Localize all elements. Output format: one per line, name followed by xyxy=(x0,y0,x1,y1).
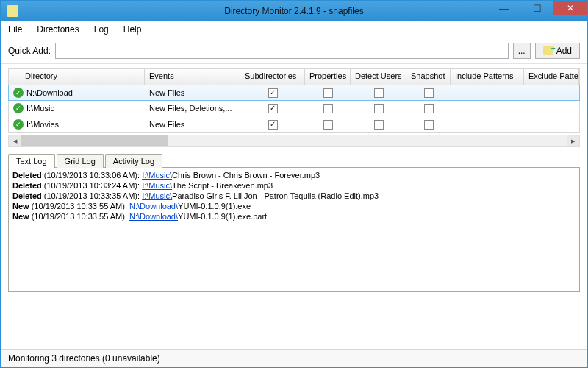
log-path-link[interactable]: I:\Music\ xyxy=(142,181,172,190)
log-action: New xyxy=(12,202,29,210)
log-line: New (10/19/2013 10:33:55 AM): N:\Downloa… xyxy=(12,211,576,222)
cell-events: New Files xyxy=(145,120,240,129)
log-timestamp: (10/19/2013 10:33:06 AM): xyxy=(44,171,140,180)
maximize-button[interactable]: ☐ xyxy=(520,1,553,15)
add-button-label: Add xyxy=(556,46,572,56)
col-properties[interactable]: Properties xyxy=(305,69,351,85)
col-events[interactable]: Events xyxy=(145,69,240,85)
checkbox-properties[interactable] xyxy=(323,120,333,130)
quickadd-bar: Quick Add: ... Add xyxy=(1,38,587,64)
menubar: File Directories Log Help xyxy=(1,21,587,38)
log-line: Deleted (10/19/2013 10:33:24 AM): I:\Mus… xyxy=(12,180,576,191)
col-directory[interactable]: Directory xyxy=(9,69,145,85)
log-timestamp: (10/19/2013 10:33:35 AM): xyxy=(44,191,140,200)
status-ok-icon: ✓ xyxy=(13,88,24,98)
status-ok-icon: ✓ xyxy=(13,119,24,130)
table-row[interactable]: ✓I:\MusicNew Files, Deletions,... xyxy=(9,100,579,116)
status-ok-icon: ✓ xyxy=(13,103,24,113)
col-exclude-patterns[interactable]: Exclude Pattern xyxy=(524,69,579,85)
menu-file[interactable]: File xyxy=(8,24,22,35)
directory-table: Directory Events Subdirectories Properti… xyxy=(8,68,580,133)
log-filename: The Script - Breakeven.mp3 xyxy=(172,181,273,190)
log-path-link[interactable]: N:\Download\ xyxy=(129,212,178,221)
checkbox-properties[interactable] xyxy=(323,88,333,98)
log-timestamp: (10/19/2013 10:33:55 AM): xyxy=(32,212,127,221)
log-tabs: Text Log Grid Log Activity Log xyxy=(8,153,580,167)
titlebar: Directory Monitor 2.4.1.9 - snapfiles — … xyxy=(1,1,587,21)
folder-add-icon xyxy=(543,46,553,55)
checkbox-detect-users[interactable] xyxy=(374,88,384,98)
col-subdirectories[interactable]: Subdirectories xyxy=(240,69,305,85)
log-timestamp: (10/19/2013 10:33:24 AM): xyxy=(44,181,140,190)
menu-directories[interactable]: Directories xyxy=(37,24,79,35)
table-row[interactable]: ✓I:\MoviesNew Files xyxy=(9,116,579,132)
minimize-button[interactable]: — xyxy=(487,1,520,15)
log-line: New (10/19/2013 10:33:55 AM): N:\Downloa… xyxy=(12,201,576,211)
checkbox-properties[interactable] xyxy=(323,104,333,113)
cell-directory: ✓N:\Download xyxy=(9,88,145,98)
checkbox-subdirectories[interactable] xyxy=(268,88,278,98)
menu-help[interactable]: Help xyxy=(123,24,142,35)
add-button[interactable]: Add xyxy=(535,43,580,59)
quickadd-label: Quick Add: xyxy=(8,46,51,56)
log-line: Deleted (10/19/2013 10:33:06 AM): I:\Mus… xyxy=(12,170,576,180)
checkbox-detect-users[interactable] xyxy=(374,120,384,130)
quickadd-input[interactable] xyxy=(55,43,509,59)
log-action: New xyxy=(12,212,29,221)
log-filename: Chris Brown - Chris Brown - Forever.mp3 xyxy=(172,171,320,180)
browse-button[interactable]: ... xyxy=(513,43,531,59)
scroll-right-icon[interactable]: ▶ xyxy=(567,135,579,146)
checkbox-snapshot[interactable] xyxy=(424,120,434,130)
cell-directory: ✓I:\Music xyxy=(9,103,145,113)
log-path-link[interactable]: N:\Download\ xyxy=(129,202,178,210)
col-include-patterns[interactable]: Include Patterns xyxy=(451,69,524,85)
checkbox-subdirectories[interactable] xyxy=(268,120,278,130)
log-filename: Paradiso Girls F. Lil Jon - Patron Tequi… xyxy=(172,191,379,200)
scroll-left-icon[interactable]: ◀ xyxy=(9,135,21,146)
menu-log[interactable]: Log xyxy=(94,24,109,35)
log-action: Deleted xyxy=(12,191,42,200)
tab-grid-log[interactable]: Grid Log xyxy=(57,154,104,168)
tab-text-log[interactable]: Text Log xyxy=(8,154,55,168)
app-icon xyxy=(7,5,18,17)
log-timestamp: (10/19/2013 10:33:55 AM): xyxy=(32,202,127,210)
status-bar: Monitoring 3 directories (0 unavailable) xyxy=(1,349,587,367)
log-path-link[interactable]: I:\Music\ xyxy=(142,191,172,200)
checkbox-snapshot[interactable] xyxy=(424,88,434,98)
table-row[interactable]: ✓N:\DownloadNew Files xyxy=(8,85,580,101)
scroll-thumb[interactable] xyxy=(21,135,168,146)
close-button[interactable]: ✕ xyxy=(553,1,587,15)
log-path-link[interactable]: I:\Music\ xyxy=(142,171,172,180)
checkbox-subdirectories[interactable] xyxy=(268,104,278,113)
log-action: Deleted xyxy=(12,171,42,180)
cell-directory: ✓I:\Movies xyxy=(9,119,145,130)
checkbox-snapshot[interactable] xyxy=(424,104,434,113)
log-filename: YUMI-0.1.0.9(1).exe xyxy=(178,202,251,210)
table-header: Directory Events Subdirectories Properti… xyxy=(9,69,579,85)
checkbox-detect-users[interactable] xyxy=(374,104,384,113)
log-panel[interactable]: Deleted (10/19/2013 10:33:06 AM): I:\Mus… xyxy=(8,167,580,292)
cell-events: New Files, Deletions,... xyxy=(145,104,240,113)
col-detect-users[interactable]: Detect Users xyxy=(351,69,406,85)
horizontal-scrollbar[interactable]: ◀ ▶ xyxy=(8,135,580,147)
log-action: Deleted xyxy=(12,181,42,190)
cell-events: New Files xyxy=(145,88,240,97)
log-filename: YUMI-0.1.0.9(1).exe.part xyxy=(178,212,267,221)
log-line: Deleted (10/19/2013 10:33:35 AM): I:\Mus… xyxy=(12,191,576,201)
tab-activity-log[interactable]: Activity Log xyxy=(105,154,162,168)
col-snapshot[interactable]: Snapshot xyxy=(406,69,451,85)
